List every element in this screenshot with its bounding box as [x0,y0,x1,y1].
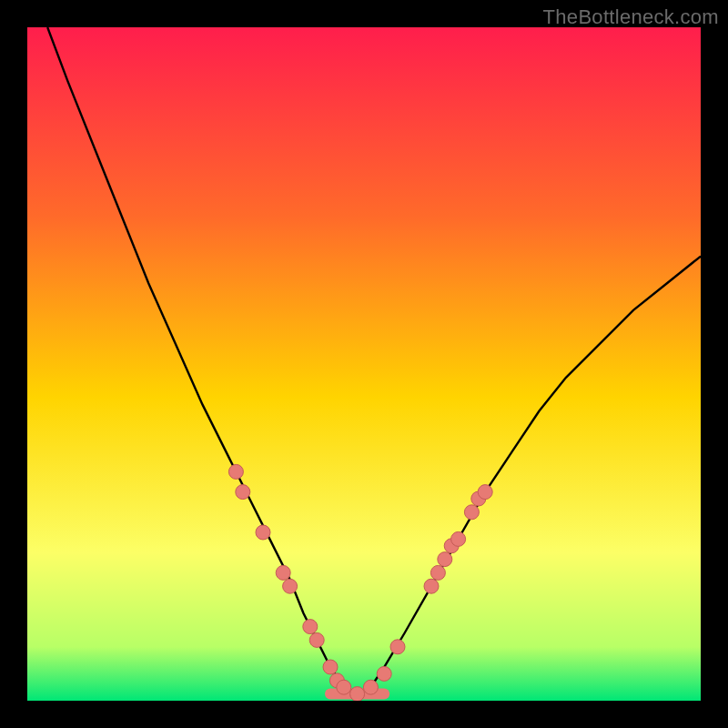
gradient-background [27,27,701,701]
curve-marker [323,660,338,674]
curve-marker [451,531,466,546]
curve-marker [228,464,243,479]
curve-marker [283,579,298,593]
curve-marker [377,666,391,681]
chart-frame [27,27,701,701]
curve-marker [337,680,351,694]
curve-marker [256,525,270,540]
curve-marker [438,552,452,567]
curve-marker [390,640,405,654]
curve-marker [276,565,290,580]
curve-marker [236,485,250,500]
curve-marker [424,579,439,593]
curve-marker [363,680,378,694]
bottleneck-chart [27,27,701,701]
curve-marker [309,632,324,647]
curve-marker [303,620,318,634]
curve-marker [464,505,479,520]
curve-marker [478,485,492,500]
curve-marker [430,565,445,580]
curve-marker [350,687,365,701]
watermark-text: TheBottleneck.com [543,5,719,29]
